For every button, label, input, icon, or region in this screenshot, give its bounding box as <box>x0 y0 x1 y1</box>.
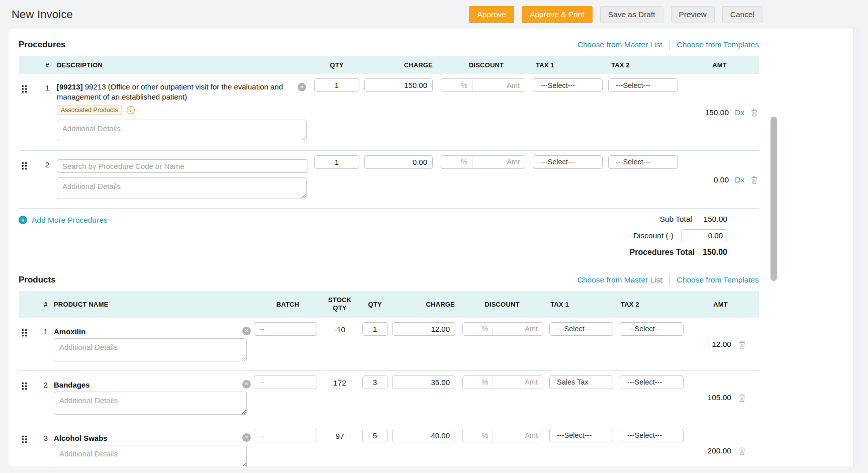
approve-print-button[interactable]: Approve & Print <box>522 6 593 23</box>
remove-procedure-icon[interactable] <box>298 83 306 91</box>
save-as-draft-button[interactable]: Save as Draft <box>600 6 663 23</box>
procedures-total-value: 150.00 <box>695 248 727 257</box>
procedures-choose-templates-link[interactable]: Choose from Templates <box>677 40 759 49</box>
discount-percent-input[interactable] <box>463 429 493 442</box>
col-charge: CHARGE <box>364 61 440 69</box>
procedures-discount-input[interactable] <box>681 229 727 242</box>
col-qty: QTY <box>358 301 392 308</box>
cancel-button[interactable]: Cancel <box>722 6 762 23</box>
remove-product-icon[interactable] <box>242 380 251 389</box>
charge-input[interactable] <box>364 155 433 169</box>
associated-products-badge[interactable]: Associated Products <box>57 106 122 115</box>
tax1-select[interactable]: ---Select--- <box>533 78 603 92</box>
tax1-select[interactable]: Sales Tax <box>549 375 613 389</box>
card-scrollbar-track[interactable] <box>853 29 860 466</box>
col-batch: BATCH <box>254 301 322 308</box>
additional-details-input[interactable] <box>54 392 247 415</box>
additional-details-input[interactable] <box>57 120 307 141</box>
products-choose-templates-link[interactable]: Choose from Templates <box>677 275 759 285</box>
top-bar: New Invoice Approve Approve & Print Save… <box>0 0 868 29</box>
batch-input[interactable] <box>254 322 317 336</box>
col-tax1: TAX 1 <box>545 301 616 308</box>
tax1-select[interactable]: ---Select--- <box>549 429 613 442</box>
qty-input[interactable] <box>314 78 359 92</box>
dx-link[interactable]: Dx <box>735 108 744 117</box>
qty-input[interactable] <box>314 155 359 169</box>
products-heading: Products <box>19 275 56 285</box>
link-separator <box>669 40 670 50</box>
procedures-table-header: # DESCRIPTION QTY CHARGE DISCOUNT TAX 1 … <box>19 56 759 74</box>
stock-qty-value: 172 <box>322 375 358 417</box>
additional-details-input[interactable] <box>57 177 307 199</box>
charge-input[interactable] <box>392 375 455 389</box>
drag-handle-icon[interactable] <box>22 329 27 339</box>
add-more-procedures-link[interactable]: Add More Procedures <box>19 216 108 225</box>
delete-row-icon[interactable] <box>738 447 746 455</box>
tax1-select[interactable]: ---Select--- <box>549 322 613 336</box>
col-amt: AMT <box>684 61 759 69</box>
qty-input[interactable] <box>362 375 388 389</box>
scrollbar-thumb[interactable] <box>770 117 777 281</box>
procedure-row-1: 1 [99213] 99213 (Office or other outpati… <box>19 74 759 150</box>
col-tax2: TAX 2 <box>616 301 686 308</box>
product-name: Bandages <box>54 379 240 389</box>
amount-value: 12.00 <box>712 340 731 349</box>
batch-input[interactable] <box>254 375 317 389</box>
products-table-header: # PRODUCT NAME BATCH STOCK QTY QTY CHARG… <box>19 291 759 318</box>
tax2-select[interactable]: ---Select--- <box>620 375 684 389</box>
products-choose-master-list-link[interactable]: Choose from Master List <box>577 275 662 285</box>
charge-input[interactable] <box>364 78 433 92</box>
discount-group <box>462 429 543 442</box>
discount-group <box>440 78 525 92</box>
amount-value: 105.00 <box>708 393 731 402</box>
row-number: 1 <box>38 78 57 143</box>
discount-amount-input[interactable] <box>472 79 525 91</box>
row-number: 2 <box>38 155 57 201</box>
dx-link[interactable]: Dx <box>735 175 744 184</box>
charge-input[interactable] <box>392 429 455 442</box>
remove-product-icon[interactable] <box>242 433 251 442</box>
drag-handle-icon[interactable] <box>22 162 27 172</box>
procedure-description: [99213] 99213 (Office or other outpatien… <box>57 82 296 102</box>
preview-button[interactable]: Preview <box>671 6 715 23</box>
amount-value: 200.00 <box>708 446 731 455</box>
procedure-search-input[interactable] <box>57 159 308 173</box>
col-description: DESCRIPTION <box>57 61 309 69</box>
procedure-description-text: 99213 (Office or other outpatient visit … <box>57 82 283 101</box>
row-divider <box>19 208 759 209</box>
delete-row-icon[interactable] <box>750 108 758 117</box>
drag-handle-icon[interactable] <box>22 85 27 95</box>
qty-input[interactable] <box>362 429 388 442</box>
remove-product-icon[interactable] <box>242 327 251 335</box>
additional-details-input[interactable] <box>54 338 247 361</box>
delete-row-icon[interactable] <box>750 175 758 184</box>
info-icon[interactable] <box>127 106 135 114</box>
product-row-1: 1 Amoxilin -10 ---Select--- ---Select---… <box>19 318 759 370</box>
batch-input[interactable] <box>254 429 317 442</box>
procedures-choose-master-list-link[interactable]: Choose from Master List <box>577 40 662 49</box>
procedure-code: [99213] <box>57 82 83 91</box>
discount-percent-input[interactable] <box>440 79 472 91</box>
additional-details-input[interactable] <box>54 445 247 466</box>
qty-input[interactable] <box>362 322 388 336</box>
approve-button[interactable]: Approve <box>469 6 514 23</box>
drag-handle-icon[interactable] <box>22 435 27 445</box>
plus-icon <box>19 216 27 224</box>
discount-percent-input[interactable] <box>463 323 493 335</box>
discount-amount-input[interactable] <box>493 429 543 442</box>
discount-amount-input[interactable] <box>493 323 543 335</box>
discount-percent-input[interactable] <box>463 376 493 389</box>
delete-row-icon[interactable] <box>738 340 746 349</box>
discount-amount-input[interactable] <box>493 376 543 389</box>
tax2-select[interactable]: ---Select--- <box>608 155 678 169</box>
discount-percent-input[interactable] <box>440 156 472 168</box>
delete-row-icon[interactable] <box>738 394 746 402</box>
topbar-actions: Approve Approve & Print Save as Draft Pr… <box>469 6 762 23</box>
tax2-select[interactable]: ---Select--- <box>608 78 678 92</box>
tax2-select[interactable]: ---Select--- <box>620 429 684 442</box>
tax2-select[interactable]: ---Select--- <box>620 322 684 336</box>
tax1-select[interactable]: ---Select--- <box>533 155 603 169</box>
discount-amount-input[interactable] <box>472 156 525 168</box>
charge-input[interactable] <box>392 322 455 336</box>
drag-handle-icon[interactable] <box>22 382 27 392</box>
